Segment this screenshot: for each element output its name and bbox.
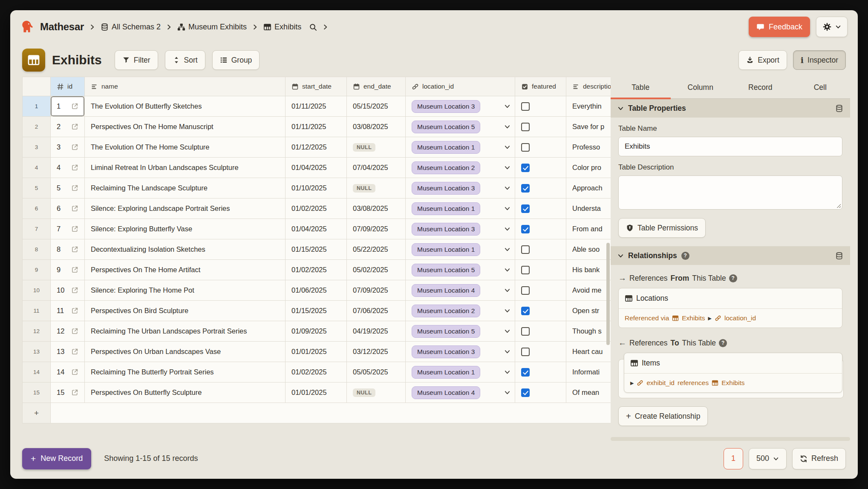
featured-cell[interactable] xyxy=(515,383,566,403)
location-cell[interactable]: Museum Location 5 xyxy=(406,321,515,342)
name-cell[interactable]: Reclaiming The Urban Landscapes Portrait… xyxy=(85,321,285,342)
open-record-icon[interactable] xyxy=(71,103,78,110)
id-cell[interactable]: 15 xyxy=(51,383,85,403)
tab-cell[interactable]: Cell xyxy=(790,77,851,98)
group-button[interactable]: Group xyxy=(212,50,260,70)
end-date-cell[interactable]: 07/09/2025 xyxy=(347,219,406,239)
table-name-input[interactable] xyxy=(618,137,842,156)
table-description-input[interactable] xyxy=(618,175,842,210)
chevron-down-icon[interactable] xyxy=(504,144,510,150)
chevron-down-icon[interactable] xyxy=(504,185,510,191)
end-date-cell[interactable]: 05/22/2025 xyxy=(347,239,406,260)
featured-checkbox[interactable] xyxy=(521,388,530,397)
row-number-cell[interactable]: 9 xyxy=(23,260,51,280)
location-cell[interactable]: Museum Location 5 xyxy=(406,117,515,137)
column-header-id[interactable]: id xyxy=(51,77,85,96)
row-number-header[interactable] xyxy=(23,77,51,96)
end-date-cell[interactable]: 07/04/2025 xyxy=(347,158,406,178)
open-record-icon[interactable] xyxy=(71,164,78,171)
feedback-button[interactable]: Feedback xyxy=(749,17,810,37)
id-cell[interactable]: 4 xyxy=(51,158,85,178)
chevron-down-icon[interactable] xyxy=(504,164,510,171)
id-cell[interactable]: 10 xyxy=(51,280,85,301)
start-date-cell[interactable]: 01/02/2025 xyxy=(285,198,347,219)
description-cell[interactable]: Approach xyxy=(566,178,611,198)
name-cell[interactable]: Perspectives On The Home Manuscript xyxy=(85,117,285,137)
table-permissions-button[interactable]: Table Permissions xyxy=(618,218,706,238)
chevron-down-icon[interactable] xyxy=(617,105,624,112)
description-cell[interactable]: Understa xyxy=(566,198,611,219)
id-cell[interactable]: 8 xyxy=(51,239,85,260)
start-date-cell[interactable]: 01/10/2025 xyxy=(285,178,347,198)
open-record-icon[interactable] xyxy=(71,225,78,233)
featured-checkbox[interactable] xyxy=(521,286,530,295)
featured-cell[interactable] xyxy=(515,239,566,260)
row-number-cell[interactable]: 13 xyxy=(23,342,51,362)
id-cell[interactable]: 2 xyxy=(51,117,85,137)
row-number-cell[interactable]: 8 xyxy=(23,239,51,260)
name-cell[interactable]: Silence: Exploring Landscape Portrait Se… xyxy=(85,198,285,219)
start-date-cell[interactable]: 01/01/2025 xyxy=(285,342,347,362)
description-cell[interactable]: Able soo xyxy=(566,239,611,260)
filter-button[interactable]: Filter xyxy=(115,50,158,70)
row-number-cell[interactable]: 14 xyxy=(23,362,51,383)
row-number-cell[interactable]: 2 xyxy=(23,117,51,137)
start-date-cell[interactable]: 01/09/2025 xyxy=(285,321,347,342)
chevron-down-icon[interactable] xyxy=(504,389,510,396)
end-date-cell[interactable]: 03/08/2025 xyxy=(347,198,406,219)
breadcrumb-schema[interactable]: Museum Exhibits xyxy=(177,23,247,32)
featured-cell[interactable] xyxy=(515,198,566,219)
end-date-cell[interactable]: 05/05/2025 xyxy=(347,362,406,383)
description-cell[interactable]: Avoid me xyxy=(566,280,611,301)
chevron-down-icon[interactable] xyxy=(504,328,510,334)
featured-checkbox[interactable] xyxy=(521,307,530,315)
chevron-right-icon[interactable] xyxy=(322,24,329,30)
description-cell[interactable]: Though s xyxy=(566,321,611,342)
featured-checkbox[interactable] xyxy=(521,102,530,111)
chevron-down-icon[interactable] xyxy=(504,287,510,293)
start-date-cell[interactable]: 01/15/2025 xyxy=(285,239,347,260)
name-cell[interactable]: The Evolution Of Butterfly Sketches xyxy=(85,96,285,117)
triangle-right-icon[interactable]: ▶ xyxy=(630,380,634,386)
reference-link-location-id[interactable]: Referenced via Exhibits ▶ location_id xyxy=(619,308,842,328)
add-record-button[interactable]: + xyxy=(23,403,51,423)
start-date-cell[interactable]: 01/12/2025 xyxy=(285,137,347,158)
end-date-cell[interactable]: 05/15/2025 xyxy=(347,96,406,117)
featured-checkbox[interactable] xyxy=(521,164,530,172)
location-cell[interactable]: Museum Location 2 xyxy=(406,158,515,178)
open-record-icon[interactable] xyxy=(71,184,78,192)
tab-table[interactable]: Table xyxy=(611,77,671,98)
sort-button[interactable]: Sort xyxy=(165,50,205,70)
end-date-cell[interactable]: 07/06/2025 xyxy=(347,301,406,321)
open-record-icon[interactable] xyxy=(71,287,78,294)
end-date-cell[interactable]: NULL xyxy=(347,178,406,198)
start-date-cell[interactable]: 01/04/2025 xyxy=(285,158,347,178)
featured-checkbox[interactable] xyxy=(521,225,530,233)
description-cell[interactable]: Everythin xyxy=(566,96,611,117)
table-properties-header[interactable]: Table Properties xyxy=(611,99,850,118)
chevron-down-icon[interactable] xyxy=(504,124,510,130)
start-date-cell[interactable]: 01/06/2025 xyxy=(285,280,347,301)
end-date-cell[interactable]: NULL xyxy=(347,137,406,158)
id-cell[interactable]: 13 xyxy=(51,342,85,362)
name-cell[interactable]: Silence: Exploring The Home Pot xyxy=(85,280,285,301)
row-number-cell[interactable]: 10 xyxy=(23,280,51,301)
page-number-button[interactable]: 1 xyxy=(724,448,743,469)
name-cell[interactable]: Liminal Retreat In Urban Landscapes Scul… xyxy=(85,158,285,178)
name-cell[interactable]: The Evolution Of The Home Sculpture xyxy=(85,137,285,158)
name-cell[interactable]: Perspectives On Urban Landscapes Vase xyxy=(85,342,285,362)
open-record-icon[interactable] xyxy=(71,123,78,130)
location-cell[interactable]: Museum Location 3 xyxy=(406,219,515,239)
featured-cell[interactable] xyxy=(515,219,566,239)
location-cell[interactable]: Museum Location 4 xyxy=(406,280,515,301)
end-date-cell[interactable]: 03/12/2025 xyxy=(347,342,406,362)
start-date-cell[interactable]: 01/04/2025 xyxy=(285,219,347,239)
location-cell[interactable]: Museum Location 3 xyxy=(406,96,515,117)
chevron-down-icon[interactable] xyxy=(504,308,510,314)
relationships-header[interactable]: Relationships ? xyxy=(611,246,850,265)
end-date-cell[interactable]: 03/08/2025 xyxy=(347,117,406,137)
open-record-icon[interactable] xyxy=(71,348,78,355)
location-cell[interactable]: Museum Location 4 xyxy=(406,383,515,403)
open-record-icon[interactable] xyxy=(71,266,78,273)
refresh-button[interactable]: Refresh xyxy=(792,448,846,469)
